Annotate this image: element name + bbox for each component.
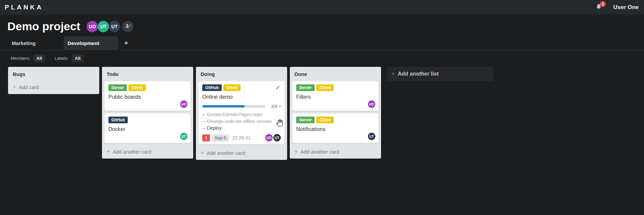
progress-bar[interactable] — [202, 105, 265, 108]
add-card-label: Add another card — [207, 150, 245, 156]
top-bar: PLANKA 2 User One — [0, 0, 644, 15]
project-header: Demo project UO UT UT — [0, 15, 644, 33]
list-title[interactable]: Done — [292, 70, 378, 81]
card-member-avatar[interactable]: UO — [180, 100, 187, 108]
add-card-label: Add card — [19, 84, 39, 90]
card-title: Docker — [108, 126, 187, 132]
label-client[interactable]: Client — [316, 84, 333, 91]
timer-badge[interactable]: 22:26:31 — [232, 135, 251, 140]
tab-development[interactable]: Development — [64, 36, 118, 50]
members-filter-label: Members: — [11, 56, 30, 61]
project-title[interactable]: Demo project — [7, 20, 80, 33]
member-avatar[interactable]: UT — [98, 21, 109, 32]
task-text: Create GitHub Pages repo — [207, 112, 262, 117]
add-card-button[interactable]: + Add another card — [292, 146, 378, 156]
label-github[interactable]: GitHub — [202, 84, 222, 91]
add-board-button[interactable]: + — [121, 36, 131, 50]
bell-icon — [595, 6, 602, 12]
tab-marketing[interactable]: Marketing — [0, 36, 64, 50]
add-list-button[interactable]: + Add another list — [387, 67, 493, 81]
task-text: Change code for offline version — [207, 119, 272, 124]
card-title: Online demo — [202, 94, 281, 100]
tasks-count: 2/3 — [271, 104, 277, 109]
label-server[interactable]: Server — [108, 84, 127, 91]
card-labels: Server Client — [296, 84, 375, 91]
planka-app: { "colors": { "topbar_bg": "#26292b", "p… — [0, 0, 644, 215]
task-item[interactable]: –Create GitHub Pages repo — [202, 111, 281, 118]
task-text: Deploy — [207, 125, 222, 131]
add-card-button[interactable]: + Add card — [11, 81, 97, 91]
card-title: Filters — [296, 94, 375, 100]
pencil-icon — [275, 86, 280, 91]
task-item[interactable]: –Deploy — [202, 125, 281, 131]
task-item[interactable]: –Change code for offline version — [202, 118, 281, 125]
add-list-label: Add another list — [398, 71, 439, 77]
card-member-avatar[interactable]: UT — [180, 133, 187, 140]
card-title: Public boards — [108, 94, 187, 100]
tasks-progress: 2/3 ▾ — [202, 104, 281, 109]
add-card-label: Add another card — [113, 149, 151, 155]
task-bullet: – — [202, 125, 205, 131]
label-github[interactable]: GitHub — [108, 117, 128, 123]
card-notifications[interactable]: Server Client Notifications UT — [292, 114, 378, 143]
filter-bar: Members: All Labels: All — [0, 50, 644, 62]
add-member-button[interactable] — [122, 21, 133, 32]
card-docker[interactable]: GitHub Docker UT — [105, 114, 191, 143]
card-members: UO UT — [265, 134, 281, 141]
due-date-badge[interactable]: Sep 5 — [212, 134, 229, 141]
card-labels: GitHub — [108, 117, 187, 123]
add-card-label: Add another card — [301, 149, 339, 155]
card-member-avatar[interactable]: UO — [265, 134, 273, 141]
progress-bar-fill — [202, 105, 245, 108]
plus-icon: + — [107, 148, 110, 155]
planka-logo[interactable]: PLANKA — [5, 4, 43, 11]
label-server[interactable]: Server — [296, 117, 315, 123]
board: Bugs + Add card Todo Server Client Publi… — [0, 62, 644, 160]
card-member-avatar[interactable]: UT — [368, 133, 375, 140]
label-client[interactable]: Client — [316, 117, 333, 123]
labels-filter-label: Labels: — [54, 56, 68, 61]
plus-icon: + — [391, 71, 395, 77]
list-title[interactable]: Todo — [105, 70, 191, 81]
plus-icon: + — [201, 149, 204, 156]
list-doing: Doing GitHub Client Online demo 2/3 ▾ — [196, 67, 287, 160]
member-avatar[interactable]: UO — [87, 21, 98, 32]
card-public-boards[interactable]: Server Client Public boards UO — [105, 81, 191, 111]
label-client[interactable]: Client — [223, 84, 240, 91]
notifications-button[interactable]: 2 — [595, 3, 603, 11]
top-bar-right: 2 User One — [595, 3, 639, 11]
notification-count-badge: 2 — [600, 1, 606, 7]
labels-filter-value[interactable]: All — [72, 54, 84, 62]
card-online-demo[interactable]: GitHub Client Online demo 2/3 ▾ –Create … — [199, 81, 284, 144]
list-done: Done Server Client Filters UO Server Cli… — [290, 67, 381, 159]
project-members: UO UT UT — [87, 21, 133, 32]
board-tabs: Marketing Development + — [0, 36, 644, 50]
list-todo: Todo Server Client Public boards UO GitH… — [102, 67, 193, 159]
add-card-button[interactable]: + Add another card — [199, 147, 284, 157]
card-title: Notifications — [296, 126, 375, 132]
plus-icon: + — [13, 84, 16, 90]
list-title[interactable]: Doing — [199, 70, 284, 81]
task-list: –Create GitHub Pages repo –Change code f… — [202, 111, 281, 131]
label-server[interactable]: Server — [296, 84, 315, 91]
card-labels: GitHub Client — [202, 84, 281, 91]
card-labels: Server Client — [108, 84, 187, 91]
chevron-down-icon[interactable]: ▾ — [279, 104, 281, 109]
card-labels: Server Client — [296, 117, 375, 123]
task-bullet: – — [202, 119, 205, 124]
card-edit-button[interactable] — [275, 85, 280, 91]
member-avatar[interactable]: UT — [109, 21, 120, 32]
card-notification-badge[interactable]: 1 — [202, 134, 210, 141]
members-filter-value[interactable]: All — [34, 54, 45, 62]
plus-icon: + — [294, 148, 298, 155]
card-member-avatar[interactable]: UT — [273, 134, 281, 141]
card-badges: 1 Sep 5 22:26:31 UO UT — [202, 134, 281, 141]
label-client[interactable]: Client — [128, 84, 146, 91]
card-filters[interactable]: Server Client Filters UO — [292, 81, 378, 111]
add-card-button[interactable]: + Add another card — [105, 146, 191, 156]
card-member-avatar[interactable]: UO — [368, 100, 375, 108]
user-menu[interactable]: User One — [613, 4, 639, 11]
list-title[interactable]: Bugs — [11, 70, 97, 81]
list-bugs: Bugs + Add card — [8, 67, 99, 94]
task-bullet: – — [202, 112, 205, 117]
